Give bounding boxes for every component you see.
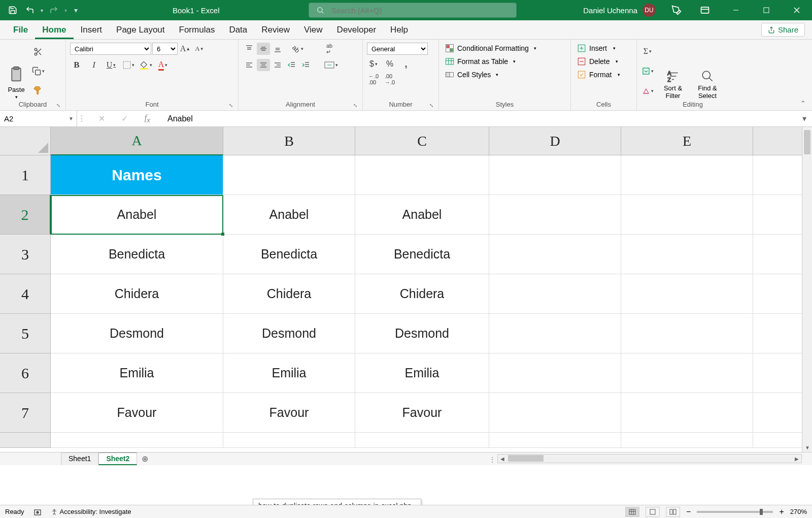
tab-data[interactable]: Data	[222, 21, 254, 39]
autosum-icon[interactable]: Σ▾	[641, 45, 654, 57]
tab-review[interactable]: Review	[254, 21, 297, 39]
cell[interactable]	[223, 155, 355, 195]
bold-button[interactable]: B	[70, 59, 83, 71]
cell[interactable]: Anabel	[223, 195, 355, 235]
hscroll-thumb[interactable]	[508, 455, 544, 462]
cell[interactable]: Emilia	[51, 353, 223, 393]
cell[interactable]	[621, 393, 753, 433]
cell[interactable]: Favour	[355, 393, 489, 433]
cell[interactable]: Emilia	[355, 353, 489, 393]
cell[interactable]: Benedicta	[355, 235, 489, 274]
decrease-font-icon[interactable]: A▼	[193, 43, 206, 55]
expand-formula-bar-icon[interactable]: ▾	[797, 111, 812, 126]
name-box[interactable]: A2▼	[0, 111, 77, 126]
paste-button[interactable]: Paste ▾	[4, 43, 28, 100]
align-bottom-icon[interactable]	[271, 43, 284, 55]
dialog-launcher-icon[interactable]: ⤡	[353, 103, 357, 108]
cell[interactable]	[621, 274, 753, 314]
percent-icon[interactable]: %	[383, 58, 396, 70]
normal-view-icon[interactable]	[625, 507, 639, 517]
accessibility-status[interactable]: Accessibility: Investigate	[51, 508, 131, 515]
search-input[interactable]	[331, 6, 509, 15]
sheet-tab-sheet1[interactable]: Sheet1	[61, 452, 98, 465]
format-cells-button[interactable]: Format▾	[575, 69, 632, 80]
dialog-launcher-icon[interactable]: ⤡	[429, 103, 433, 108]
horizontal-scrollbar[interactable]: ◀ ▶	[497, 454, 802, 463]
select-all-corner[interactable]	[0, 127, 51, 155]
column-header[interactable]: C	[355, 127, 489, 155]
cell[interactable]: Chidera	[51, 274, 223, 314]
row-header[interactable]: 5	[0, 314, 51, 353]
row-header[interactable]: 3	[0, 235, 51, 274]
formula-input[interactable]: Anabel	[162, 111, 797, 126]
pen-icon[interactable]	[664, 0, 689, 20]
page-layout-view-icon[interactable]	[646, 507, 660, 517]
mode-icon[interactable]	[692, 0, 718, 20]
tab-page-layout[interactable]: Page Layout	[109, 21, 172, 39]
collapse-ribbon-icon[interactable]: ⌃	[800, 100, 806, 107]
align-left-icon[interactable]	[243, 59, 256, 71]
zoom-slider[interactable]	[697, 511, 773, 513]
scrollbar-thumb[interactable]	[804, 130, 810, 154]
cell[interactable]: Chidera	[223, 274, 355, 314]
decrease-decimal-icon[interactable]: .00→.0	[383, 73, 396, 85]
tab-file[interactable]: File	[6, 21, 35, 39]
wrap-text-icon[interactable]: ab↵	[321, 43, 338, 55]
align-middle-icon[interactable]	[257, 43, 270, 55]
format-painter-icon[interactable]	[31, 84, 45, 96]
clear-icon[interactable]: ▾	[641, 85, 654, 97]
cell[interactable]	[489, 195, 621, 235]
delete-cells-button[interactable]: Delete▾	[575, 56, 632, 67]
cell[interactable]	[489, 274, 621, 314]
copy-icon[interactable]: ▾	[31, 65, 45, 77]
currency-icon[interactable]: $▾	[367, 58, 380, 70]
align-center-icon[interactable]	[257, 59, 270, 71]
tab-developer[interactable]: Developer	[330, 21, 384, 39]
row-header[interactable]: 4	[0, 274, 51, 314]
number-format-select[interactable]: General	[367, 43, 428, 55]
cell[interactable]: Emilia	[223, 353, 355, 393]
dialog-launcher-icon[interactable]: ⤡	[56, 103, 60, 108]
cell[interactable]	[489, 235, 621, 274]
align-top-icon[interactable]	[243, 43, 256, 55]
page-break-view-icon[interactable]	[666, 507, 680, 517]
row-header[interactable]: 6	[0, 353, 51, 393]
increase-font-icon[interactable]: A▲	[179, 43, 192, 55]
cancel-formula-icon[interactable]: ✕	[98, 114, 105, 123]
maximize-button[interactable]	[751, 0, 782, 20]
underline-button[interactable]: U▾	[105, 59, 118, 71]
cell[interactable]	[223, 433, 355, 448]
row-header[interactable]: 7	[0, 393, 51, 433]
cell[interactable]	[621, 195, 753, 235]
cell[interactable]: Desmond	[51, 314, 223, 353]
scroll-right-icon[interactable]: ▶	[792, 456, 801, 462]
enter-formula-icon[interactable]: ✓	[121, 114, 128, 123]
cell[interactable]: Anabel	[51, 195, 223, 235]
cell[interactable]: Names	[51, 155, 223, 195]
scroll-left-icon[interactable]: ◀	[498, 456, 507, 462]
cell[interactable]	[621, 155, 753, 195]
merge-center-icon[interactable]: ▾	[321, 59, 341, 71]
font-size-select[interactable]: 6	[152, 43, 178, 55]
decrease-indent-icon[interactable]	[285, 59, 298, 71]
vertical-scrollbar[interactable]: ▲ ▼	[802, 127, 812, 452]
sheet-scroll-options-icon[interactable]: ⋮	[489, 456, 496, 464]
undo-icon[interactable]	[23, 4, 37, 17]
tab-formulas[interactable]: Formulas	[172, 21, 222, 39]
insert-cells-button[interactable]: Insert▾	[575, 43, 632, 54]
zoom-in-button[interactable]: +	[779, 507, 784, 516]
close-button[interactable]	[782, 0, 812, 20]
tab-view[interactable]: View	[297, 21, 330, 39]
minimize-button[interactable]	[721, 0, 751, 20]
row-header[interactable]: 1	[0, 155, 51, 195]
cut-icon[interactable]	[31, 46, 45, 58]
fill-icon[interactable]: ▾	[641, 65, 654, 77]
cell[interactable]	[489, 353, 621, 393]
tab-home[interactable]: Home	[35, 21, 73, 39]
italic-button[interactable]: I	[87, 59, 100, 71]
cell-styles-button[interactable]: Cell Styles▾	[443, 69, 566, 80]
align-right-icon[interactable]	[271, 59, 284, 71]
share-button[interactable]: Share	[761, 23, 805, 37]
dialog-launcher-icon[interactable]: ⤡	[229, 103, 233, 108]
cell[interactable]	[51, 433, 223, 448]
